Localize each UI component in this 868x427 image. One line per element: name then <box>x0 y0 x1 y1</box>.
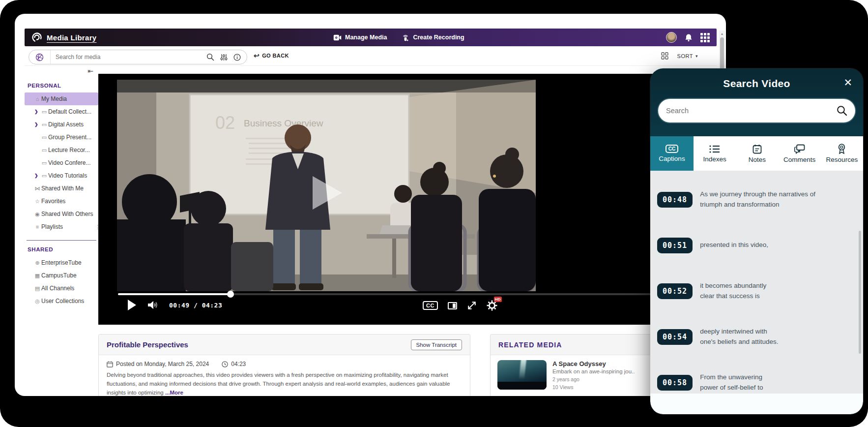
search-icon[interactable] <box>206 53 214 61</box>
sort-dropdown[interactable]: SORT ▾ <box>677 53 698 59</box>
video-details-card: Profitable Perspectives Show Transcript … <box>98 334 470 396</box>
sidebar-item-icon: ▭ <box>40 134 48 141</box>
user-avatar[interactable] <box>666 32 677 43</box>
video-details-header: Profitable Perspectives Show Transcript <box>99 335 470 355</box>
caption-timestamp[interactable]: 00:54 <box>657 329 693 345</box>
slide-title: Business Overview <box>244 118 323 128</box>
sidebar-item-user-collections[interactable]: ❯ ◎ User Collections <box>25 295 98 307</box>
sidebar-item-label: Group Present... <box>48 134 91 141</box>
tab-captions[interactable]: CC Captions <box>650 136 694 171</box>
go-back-button[interactable]: ↩ GO BACK <box>254 52 289 59</box>
sidebar-item-all-channels[interactable]: ❯ ▤ All Channels <box>25 282 98 295</box>
sidebar-item-playlists[interactable]: ❯ ≡ Playlists ⋮ <box>25 220 98 233</box>
close-icon[interactable]: ✕ <box>843 77 852 88</box>
scope-globe-icon[interactable] <box>29 50 51 64</box>
go-back-label: GO BACK <box>262 53 289 59</box>
settings-gear-icon[interactable]: HD <box>487 300 497 311</box>
chevron-right-icon[interactable]: ❯ <box>34 109 40 114</box>
sidebar-item-shared-with-me[interactable]: ❯ ⋈ Shared With Me <box>25 182 98 195</box>
sidebar-item-lecture-recordings[interactable]: ❯ ▭ Lecture Recor... <box>25 144 98 156</box>
caption-row[interactable]: 00:54 deeply intertwined with one's beli… <box>657 314 863 360</box>
current-time: 00:49 <box>169 302 190 309</box>
sidebar-item-video-tutorials[interactable]: ❯ ▭ Video Tutorials <box>25 169 98 182</box>
tab-notes[interactable]: Notes <box>736 136 778 171</box>
sidebar-item-label: All Channels <box>41 285 74 292</box>
manage-media-label: Manage Media <box>345 34 387 41</box>
player-controls-left: 00:49 / 04:23 <box>127 299 222 311</box>
sidebar-item-icon: ⌂ <box>33 96 41 102</box>
caption-timestamp[interactable]: 00:48 <box>657 192 693 208</box>
tab-indexes[interactable]: Indexes <box>694 136 736 171</box>
caption-timestamp[interactable]: 00:52 <box>657 283 693 299</box>
caption-timestamp[interactable]: 00:58 <box>657 375 693 391</box>
create-recording-button[interactable]: Create Recording <box>402 34 464 41</box>
sidebar-item-favorites[interactable]: ❯ ☆ Favorites <box>25 195 98 208</box>
sidebar-item-icon: ⋈ <box>33 185 41 192</box>
slide-number: 02 <box>215 113 235 133</box>
chevron-right-icon[interactable]: ❯ <box>34 173 40 178</box>
fullscreen-icon[interactable] <box>467 301 477 310</box>
more-link[interactable]: ...More <box>165 390 183 396</box>
play-button[interactable] <box>127 299 137 311</box>
panel-tabs: CC Captions Indexes Note <box>650 136 863 171</box>
tab-comments[interactable]: Comments <box>779 136 821 171</box>
related-thumbnail[interactable] <box>497 360 547 390</box>
caption-text: it becomes abundantly clear that success… <box>700 281 852 301</box>
sidebar-item-default-collections[interactable]: ❯ ▭ Default Collect... <box>25 105 98 118</box>
show-transcript-button[interactable]: Show Transcript <box>411 339 462 350</box>
sidebar-shared-list: ❯ ⊕ EnterpriseTube ❯ ▦ CampusTube ❯ ▤ Al… <box>25 256 98 307</box>
caption-row[interactable]: 00:48 As we journey through the narrativ… <box>657 177 863 222</box>
sidebar-divider <box>27 240 96 241</box>
related-info: A Space Odyssey Embark on an awe-inspiri… <box>552 360 635 392</box>
brand-swirl-icon <box>31 32 42 43</box>
hd-quality-badge: HD <box>494 297 502 302</box>
sidebar-item-video-conferences[interactable]: ❯ ▭ Video Confere... <box>25 156 98 169</box>
sidebar-item-shared-with-others[interactable]: ❯ ◉ Shared With Others <box>25 208 98 220</box>
captions-toggle-button[interactable]: CC <box>423 301 438 310</box>
posted-date-text: Posted on Monday, March 25, 2024 <box>116 361 209 367</box>
captions-scrollbar[interactable] <box>859 231 861 354</box>
caption-row[interactable]: 00:58 From the unwavering power of self-… <box>657 360 863 394</box>
comments-icon <box>794 144 805 154</box>
media-search-bar <box>29 50 247 64</box>
volume-icon[interactable] <box>147 301 158 309</box>
seek-knob[interactable] <box>227 291 234 298</box>
apps-grid-icon[interactable] <box>700 33 710 42</box>
filters-sliders-icon[interactable] <box>220 54 228 61</box>
chevron-right-icon[interactable]: ❯ <box>34 122 40 127</box>
sidebar-item-enterprisetube[interactable]: ❯ ⊕ EnterpriseTube <box>25 256 98 269</box>
caption-timestamp[interactable]: 00:51 <box>657 238 693 253</box>
info-icon[interactable] <box>233 54 241 61</box>
sidebar-collapse-icon[interactable]: ⇤ <box>25 67 98 77</box>
theater-mode-icon[interactable] <box>448 302 457 309</box>
seek-bar[interactable] <box>118 293 710 295</box>
sidebar-item-icon: ▭ <box>40 109 48 115</box>
video-description: Delving beyond traditional approaches, t… <box>99 369 470 396</box>
caption-row[interactable]: 00:51 presented in this video, <box>657 222 863 268</box>
caption-row[interactable]: 00:52 it becomes abundantly clear that s… <box>657 268 863 314</box>
tab-resources[interactable]: Resources <box>821 136 863 171</box>
tab-notes-label: Notes <box>749 156 766 163</box>
tab-resources-label: Resources <box>826 156 858 163</box>
sidebar-item-digital-assets[interactable]: ❯ ▭ Digital Assets <box>25 118 98 131</box>
sidebar-item-label: User Collections <box>41 298 84 305</box>
sidebar-item-my-media[interactable]: ❯ ⌂ My Media <box>25 92 98 105</box>
sidebar-item-campustube[interactable]: ❯ ▦ CampusTube <box>25 269 98 282</box>
video-player[interactable]: 02 Business Overview <box>98 74 717 325</box>
seek-bar-fill <box>118 293 231 295</box>
video-frame[interactable]: 02 Business Overview <box>117 80 536 291</box>
sidebar-item-icon: ☆ <box>33 198 41 205</box>
back-arrow-icon: ↩ <box>254 52 260 59</box>
sidebar-item-group-presentations[interactable]: ❯ ▭ Group Present... <box>25 131 98 144</box>
manage-media-button[interactable]: Manage Media <box>333 34 387 41</box>
scrollbar-up-arrow[interactable]: ▴ <box>719 30 725 36</box>
app-logo[interactable]: Media Library <box>25 32 96 43</box>
description-text: Delving beyond traditional approaches, t… <box>107 372 450 396</box>
panel-search-input[interactable] <box>666 107 837 115</box>
grid-view-icon[interactable] <box>661 52 668 60</box>
captions-icon: CC <box>665 145 678 153</box>
notifications-bell-icon[interactable] <box>685 33 693 42</box>
chevron-down-icon: ▾ <box>695 54 698 59</box>
search-icon[interactable] <box>837 105 847 116</box>
media-search-input[interactable] <box>51 54 206 61</box>
